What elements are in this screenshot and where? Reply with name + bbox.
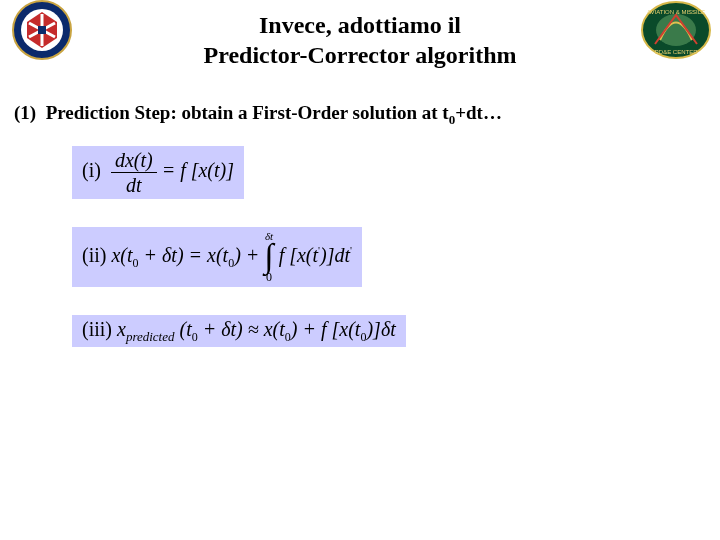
equations-container: (i) dx(t) dt = f [x(t)] (ii) x(t0 + δt) …: [72, 146, 720, 375]
eq2-c: t) = x(t: [171, 243, 228, 265]
eq2-f: )]dt: [320, 243, 350, 265]
eq3-b: (t: [175, 318, 192, 340]
eq3-c: +: [198, 318, 222, 340]
title-line-1: Invece, adottiamo il: [259, 12, 461, 38]
svg-text:RD&E CENTER: RD&E CENTER: [654, 49, 698, 55]
eq2-b: +: [139, 243, 163, 265]
step-heading: (1) Prediction Step: obtain a First-Orde…: [14, 102, 720, 128]
eq2-d: ) +: [234, 243, 264, 265]
eq3-predicted: predicted: [126, 329, 175, 344]
eq3-g: t: [390, 318, 396, 340]
eq3-delta1: δ: [221, 318, 230, 340]
svg-rect-2: [38, 26, 46, 34]
step-number: (1): [14, 102, 36, 123]
slide-title: Invece, adottiamo il Predictor-Corrector…: [85, 0, 635, 70]
eq2-label: (ii): [82, 243, 106, 265]
eq1-numerator: dx(t): [111, 150, 157, 173]
eq1-denominator: dt: [111, 173, 157, 195]
eq3-a: x: [112, 318, 126, 340]
logo-right-amrdec: AVIATION & MISSILE RD&E CENTER: [640, 0, 712, 60]
eq1-label: (i): [82, 159, 101, 181]
eq2-delta1: δ: [162, 243, 171, 265]
logo-left-shield: [12, 0, 72, 60]
equation-3: (iii) xpredicted (t0 + δt) ≈ x(t0) + f […: [72, 315, 406, 347]
svg-text:AVIATION & MISSILE: AVIATION & MISSILE: [647, 9, 705, 15]
step-delta: d: [466, 102, 477, 123]
eq3-d: t) ≈ x(t: [231, 318, 285, 340]
step-text-a: Prediction Step: obtain a First-Order so…: [46, 102, 449, 123]
eq2-integral: δt∫0: [264, 231, 273, 283]
eq3-label: (iii): [82, 318, 112, 340]
eq3-e: ) + f [x(t: [291, 318, 361, 340]
step-text-b: +: [455, 102, 466, 123]
equation-2: (ii) x(t0 + δt) = x(t0) + δt∫0 f [x(t')]…: [72, 227, 362, 287]
eq2-a: x(t: [106, 243, 132, 265]
eq1-rhs: = f [x(t)]: [157, 159, 234, 181]
eq2-prime2: ': [350, 244, 352, 256]
equation-1: (i) dx(t) dt = f [x(t)]: [72, 146, 244, 199]
eq3-f: )]: [366, 318, 380, 340]
eq2-int-symbol: ∫: [264, 242, 273, 271]
eq1-fraction: dx(t) dt: [111, 150, 157, 195]
eq2-e: f [x(t: [274, 243, 318, 265]
title-line-2: Predictor-Corrector algorithm: [204, 42, 517, 68]
svg-point-4: [656, 14, 696, 46]
step-text-c: t…: [477, 102, 502, 123]
eq3-delta2: δ: [381, 318, 390, 340]
